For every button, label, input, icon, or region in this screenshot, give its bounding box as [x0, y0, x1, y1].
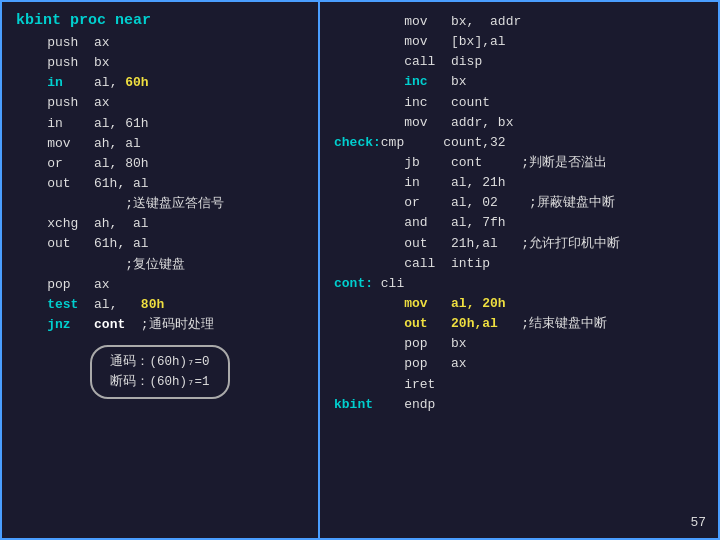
val-cont: cont	[94, 317, 125, 332]
line-pop-ax: pop ax	[16, 275, 304, 295]
line-jnz-cont: jnz cont ;通码时处理	[16, 315, 304, 335]
kw-jnz: jnz	[47, 317, 70, 332]
line-comment-2: ;复位键盘	[16, 255, 304, 275]
line-test-80h: test al, 80h	[16, 295, 304, 315]
line-in-61h: in al, 61h	[16, 114, 304, 134]
line-out-61h: out 61h, al	[16, 174, 304, 194]
r-line-mov-bxal: mov [bx],al	[334, 32, 704, 52]
val-20h-al: 20h,al	[451, 316, 498, 331]
line-push-ax2: push ax	[16, 93, 304, 113]
r-line-mov-bx: mov bx, addr	[334, 12, 704, 32]
r-line-pop-ax: pop ax	[334, 354, 704, 374]
r-line-mov-20h: mov al, 20h	[334, 294, 704, 314]
r-line-cont-cli: cont: cli	[334, 274, 704, 294]
kw-inc-bx: inc	[404, 74, 427, 89]
kw-in: in	[47, 75, 63, 90]
val-al-20h: al, 20h	[451, 296, 506, 311]
val-80h: 80h	[141, 297, 164, 312]
val-60h: 60h	[125, 75, 148, 90]
r-line-pop-bx: pop bx	[334, 334, 704, 354]
r-line-jb-cont: jb cont ;判断是否溢出	[334, 153, 704, 173]
line-out-61h-2: out 61h, al	[16, 234, 304, 254]
r-line-kbint-endp: kbint endp	[334, 395, 704, 415]
r-line-call-intip: call intip	[334, 254, 704, 274]
r-line-call-disp: call disp	[334, 52, 704, 72]
line-or-80h: or al, 80h	[16, 154, 304, 174]
annotation-line1: 通码：(60h)₇=0	[110, 352, 209, 372]
kw-out-20h: out	[404, 316, 427, 331]
kw-test: test	[47, 297, 78, 312]
kw-cont: cont:	[334, 276, 373, 291]
kw-check: check:	[334, 135, 381, 150]
r-line-in-21h: in al, 21h	[334, 173, 704, 193]
line-push-bx: push bx	[16, 53, 304, 73]
r-line-and-7fh: and al, 7fh	[334, 213, 704, 233]
line-mov-ah-al: mov ah, al	[16, 134, 304, 154]
annotation-line2: 断码：(60h)₇=1	[110, 372, 209, 392]
annotation-box: 通码：(60h)₇=0 断码：(60h)₇=1	[90, 345, 229, 399]
r-line-inc-count: inc count	[334, 93, 704, 113]
proc-name: kbint	[16, 12, 61, 29]
right-panel: mov bx, addr mov [bx],al call disp inc b…	[320, 0, 720, 540]
line-in-60h: in al, 60h	[16, 73, 304, 93]
r-line-inc-bx: inc bx	[334, 72, 704, 92]
r-line-check-cmp: check:cmp count,32	[334, 133, 704, 153]
left-panel: kbint proc near push ax push bx in al, 6…	[0, 0, 320, 540]
line-xchg: xchg ah, al	[16, 214, 304, 234]
page-number: 57	[690, 515, 706, 530]
kw-kbint-endp: kbint	[334, 397, 373, 412]
line-push-ax: push ax	[16, 33, 304, 53]
proc-header: kbint proc near	[16, 12, 304, 29]
r-line-or-02: or al, 02 ;屏蔽键盘中断	[334, 193, 704, 213]
r-line-mov-addr: mov addr, bx	[334, 113, 704, 133]
kw-mov-20h: mov	[404, 296, 427, 311]
r-line-iret: iret	[334, 375, 704, 395]
line-comment-1: ;送键盘应答信号	[16, 194, 304, 214]
proc-keyword: proc near	[70, 12, 151, 29]
r-line-out-20h: out 20h,al ;结束键盘中断	[334, 314, 704, 334]
r-line-out-21h: out 21h,al ;允许打印机中断	[334, 234, 704, 254]
